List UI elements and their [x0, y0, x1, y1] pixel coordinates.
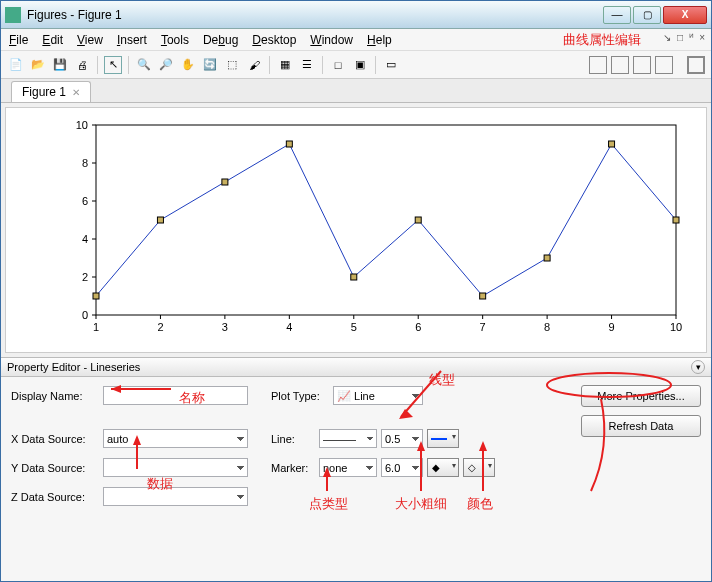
app-icon — [5, 7, 21, 23]
svg-text:10: 10 — [76, 119, 88, 131]
annotation-markertype: 点类型 — [309, 495, 348, 513]
refresh-data-button[interactable]: Refresh Data — [581, 415, 701, 437]
layout-1-icon[interactable] — [589, 56, 607, 74]
menubar: File Edit View Insert Tools Debug Deskto… — [1, 29, 711, 51]
line-style-select[interactable]: ——— — [319, 429, 377, 448]
display-name-input[interactable] — [103, 386, 248, 405]
z-src-label: Z Data Source: — [11, 491, 99, 503]
zoom-in-icon[interactable]: 🔍 — [135, 56, 153, 74]
svg-rect-38 — [415, 217, 421, 223]
minimize-button[interactable]: –– — [603, 6, 631, 24]
svg-text:2: 2 — [82, 271, 88, 283]
property-editor-body: Display Name: X Data Source: auto Y Data… — [1, 377, 711, 581]
layout-4-icon[interactable] — [655, 56, 673, 74]
layout-2-icon[interactable] — [611, 56, 629, 74]
collapse-icon[interactable]: ▾ — [691, 360, 705, 374]
rotate-icon[interactable]: 🔄 — [201, 56, 219, 74]
svg-text:3: 3 — [222, 321, 228, 333]
marker-face-color-button[interactable]: ◇ — [463, 458, 495, 477]
annotation-name: 名称 — [179, 389, 205, 407]
link-icon[interactable]: □ — [329, 56, 347, 74]
menu-help[interactable]: Help — [367, 33, 392, 47]
line-color-button[interactable] — [427, 429, 459, 448]
tab-label: Figure 1 — [22, 85, 66, 99]
menu-view[interactable]: View — [77, 33, 103, 47]
layout-max-icon[interactable] — [687, 56, 705, 74]
plot-type-label: Plot Type: — [271, 390, 329, 402]
y-src-select[interactable] — [103, 458, 248, 477]
property-editor-header: Property Editor - Lineseries ▾ — [1, 357, 711, 377]
print-icon[interactable]: 🖨 — [73, 56, 91, 74]
svg-text:10: 10 — [670, 321, 682, 333]
brush-icon[interactable]: 🖌 — [245, 56, 263, 74]
svg-rect-41 — [609, 141, 615, 147]
dock-controls[interactable]: ↘ □ ᴻ × — [663, 32, 705, 43]
svg-rect-35 — [222, 179, 228, 185]
close-button[interactable]: X — [663, 6, 707, 24]
pan-icon[interactable]: ✋ — [179, 56, 197, 74]
svg-rect-40 — [544, 255, 550, 261]
open-icon[interactable]: 📂 — [29, 56, 47, 74]
svg-text:8: 8 — [544, 321, 550, 333]
annotation-sizewidth: 大小粗细 — [395, 495, 447, 513]
titlebar: Figures - Figure 1 –– ▢ X — [1, 1, 711, 29]
svg-rect-37 — [351, 274, 357, 280]
marker-size-select[interactable]: 6.0 — [381, 458, 423, 477]
svg-rect-0 — [96, 125, 676, 315]
plot-area[interactable]: 123456789100246810 — [5, 107, 707, 353]
svg-text:6: 6 — [82, 195, 88, 207]
svg-text:2: 2 — [157, 321, 163, 333]
menu-file[interactable]: File — [9, 33, 28, 47]
svg-text:4: 4 — [82, 233, 88, 245]
svg-text:9: 9 — [608, 321, 614, 333]
marker-edge-color-button[interactable]: ◆ — [427, 458, 459, 477]
menu-insert[interactable]: Insert — [117, 33, 147, 47]
svg-text:5: 5 — [351, 321, 357, 333]
property-editor-title: Property Editor - Lineseries — [7, 361, 140, 373]
plot-tools-icon[interactable]: ▭ — [382, 56, 400, 74]
x-src-label: X Data Source: — [11, 433, 99, 445]
menu-window[interactable]: Window — [310, 33, 353, 47]
svg-text:6: 6 — [415, 321, 421, 333]
svg-rect-36 — [286, 141, 292, 147]
menu-tools[interactable]: Tools — [161, 33, 189, 47]
line-width-select[interactable]: 0.5 — [381, 429, 423, 448]
toolbar: 📄 📂 💾 🖨 ↖ 🔍 🔎 ✋ 🔄 ⬚ 🖌 ▦ ☰ □ ▣ ▭ — [1, 51, 711, 79]
maximize-button[interactable]: ▢ — [633, 6, 661, 24]
layout-3-icon[interactable] — [633, 56, 651, 74]
legend-icon[interactable]: ☰ — [298, 56, 316, 74]
x-src-select[interactable]: auto — [103, 429, 248, 448]
window-title: Figures - Figure 1 — [27, 8, 603, 22]
save-icon[interactable]: 💾 — [51, 56, 69, 74]
pointer-icon[interactable]: ↖ — [104, 56, 122, 74]
colorbar-icon[interactable]: ▦ — [276, 56, 294, 74]
svg-text:4: 4 — [286, 321, 292, 333]
datacursor-icon[interactable]: ⬚ — [223, 56, 241, 74]
menu-edit[interactable]: Edit — [42, 33, 63, 47]
new-icon[interactable]: 📄 — [7, 56, 25, 74]
svg-text:7: 7 — [480, 321, 486, 333]
plot-type-select[interactable]: 📈 Line — [333, 386, 423, 405]
y-src-label: Y Data Source: — [11, 462, 99, 474]
svg-text:0: 0 — [82, 309, 88, 321]
annotation-linestyle: 线型 — [429, 371, 455, 389]
z-src-select[interactable] — [103, 487, 248, 506]
line-label: Line: — [271, 433, 315, 445]
tab-strip: Figure 1 ✕ — [1, 79, 711, 103]
tab-figure1[interactable]: Figure 1 ✕ — [11, 81, 91, 102]
menu-debug[interactable]: Debug — [203, 33, 238, 47]
zoom-out-icon[interactable]: 🔎 — [157, 56, 175, 74]
tab-close-icon[interactable]: ✕ — [72, 87, 80, 98]
display-name-label: Display Name: — [11, 390, 99, 402]
more-properties-button[interactable]: More Properties... — [581, 385, 701, 407]
annotation-data: 数据 — [147, 475, 173, 493]
chart: 123456789100246810 — [6, 108, 706, 352]
svg-rect-33 — [93, 293, 99, 299]
svg-rect-39 — [480, 293, 486, 299]
marker-select[interactable]: none — [319, 458, 377, 477]
svg-rect-42 — [673, 217, 679, 223]
annotations-color: 颜色 — [467, 495, 493, 513]
svg-text:1: 1 — [93, 321, 99, 333]
menu-desktop[interactable]: Desktop — [252, 33, 296, 47]
insert-icon[interactable]: ▣ — [351, 56, 369, 74]
